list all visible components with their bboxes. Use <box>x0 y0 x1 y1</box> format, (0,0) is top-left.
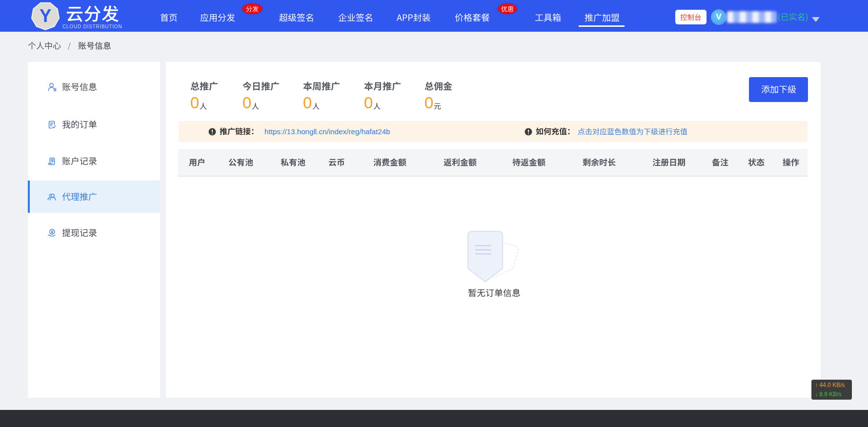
svg-text:Y: Y <box>40 6 51 26</box>
